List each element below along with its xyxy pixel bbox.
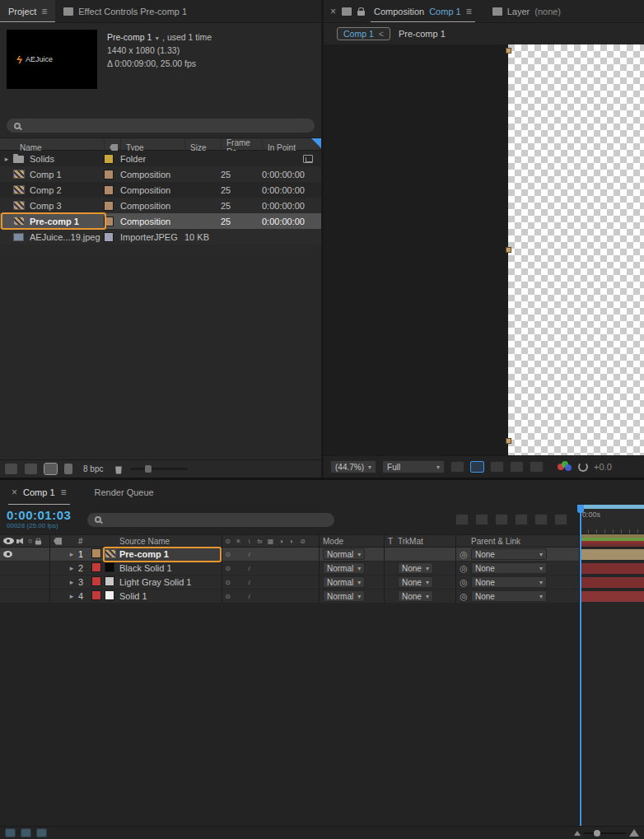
label-color-swatch[interactable]	[104, 170, 114, 179]
layer-label-swatch[interactable]	[91, 548, 101, 558]
audio-column-speaker-icon[interactable]	[16, 538, 26, 545]
magnification-dropdown[interactable]: (44.7%) ▾	[330, 460, 376, 473]
parent-dropdown[interactable]: None▾	[471, 548, 547, 560]
playhead-marker[interactable]	[577, 505, 584, 513]
panel-menu-icon[interactable]: ≡	[41, 6, 47, 17]
lock-column-icon[interactable]	[35, 541, 41, 545]
chevron-right-icon[interactable]: ▸	[0, 155, 13, 163]
label-color-swatch[interactable]	[104, 154, 114, 164]
zoom-slider[interactable]	[584, 832, 626, 834]
tab-project[interactable]: Project ≡	[0, 0, 55, 22]
pickwhip-icon[interactable]: ◎	[456, 563, 471, 574]
tab-effect-controls[interactable]: Effect Controls Pre-comp 1	[55, 0, 195, 22]
collapse-switch[interactable]: ⊙	[222, 551, 233, 558]
layer-row-black-solid-1[interactable]: ▸ 2 Black Solid 1 ⊙/ Normal▾ None▾ ◎ Non…	[0, 562, 579, 576]
selection-handle-top[interactable]	[506, 48, 511, 54]
tab-composition[interactable]: Composition Comp 1 ≡	[371, 0, 475, 22]
resolution-dropdown[interactable]: Full ▾	[382, 460, 445, 473]
tab-layer[interactable]: Layer (none)	[492, 7, 561, 16]
exposure-value[interactable]: +0.0	[594, 462, 612, 472]
toggle-inout-pane-icon[interactable]	[36, 828, 47, 837]
layer-row-light-gray-solid-1[interactable]: ▸ 3 Light Gray Solid 1 ⊙/ Normal▾ None▾ …	[0, 576, 579, 590]
thumbnail-size-slider[interactable]	[130, 468, 188, 470]
current-time-display[interactable]: 0:00:01:03 00028 (25.00 fps)	[7, 509, 77, 529]
label-color-swatch[interactable]	[104, 232, 114, 242]
time-ruler[interactable]: 0:00s	[580, 505, 644, 534]
trkmat-dropdown[interactable]: None▾	[398, 590, 433, 602]
layer-row-pre-comp-1[interactable]: ▸ 1 Pre-comp 1 ⊙/ Normal▾ ◎ None▾	[0, 548, 579, 562]
breadcrumb-parent-chip[interactable]: Comp 1 <	[337, 27, 390, 40]
label-color-swatch[interactable]	[104, 185, 114, 195]
layer-bar-row[interactable]	[580, 590, 644, 604]
quality-switch[interactable]: /	[244, 565, 254, 572]
region-of-interest-icon[interactable]	[490, 461, 504, 473]
lock-icon[interactable]	[357, 11, 365, 16]
sort-direction-icon[interactable]	[311, 138, 321, 148]
layer-expand-icon[interactable]: ▸	[65, 592, 78, 600]
timeline-track-area[interactable]: 0:00s	[579, 505, 644, 826]
toggle-switches-pane-icon[interactable]	[5, 828, 16, 837]
parent-dropdown[interactable]: None▾	[471, 562, 547, 574]
quality-switch[interactable]: /	[244, 593, 254, 600]
adjustment-icon[interactable]	[64, 464, 72, 474]
view-layout-icon[interactable]	[530, 461, 544, 473]
composition-viewer[interactable]	[324, 44, 644, 455]
zoom-out-icon[interactable]	[574, 831, 581, 836]
quality-switch[interactable]: /	[244, 579, 254, 586]
label-column[interactable]	[50, 538, 65, 545]
video-column-eye-icon[interactable]	[3, 538, 14, 544]
project-row-solids[interactable]: ▸ Solids Folder	[0, 151, 321, 166]
graph-editor-icon[interactable]	[554, 514, 567, 525]
layer-name[interactable]: Black Solid 1	[119, 563, 222, 573]
project-row-aejuice-jpeg[interactable]: AEJuice...19.jpeg ImporterJPEG 10 KB	[0, 229, 321, 245]
layer-duration-bar[interactable]	[580, 577, 644, 588]
collapse-switch[interactable]: ⊙	[222, 579, 233, 586]
layer-bar-row[interactable]	[580, 548, 644, 562]
layer-label-swatch[interactable]	[91, 576, 101, 586]
mode-column-header[interactable]: Mode	[320, 537, 384, 546]
close-panel-icon[interactable]: ×	[330, 6, 336, 17]
frame-blending-icon[interactable]	[515, 514, 528, 525]
delete-icon[interactable]	[114, 464, 123, 474]
tab-render-queue[interactable]: Render Queue	[91, 480, 157, 505]
collapse-switch[interactable]: ⊙	[222, 593, 233, 600]
mode-dropdown[interactable]: Normal▾	[323, 562, 365, 574]
snapshot-icon[interactable]	[450, 461, 464, 473]
layer-label-swatch[interactable]	[91, 562, 101, 572]
quality-switch[interactable]: /	[244, 551, 254, 558]
layer-bar-row[interactable]	[580, 562, 644, 576]
project-row-comp3[interactable]: Comp 3 Composition 25 0:00:00:00	[0, 198, 321, 213]
close-tab-icon[interactable]: ×	[12, 487, 17, 498]
parent-link-column-header[interactable]: Parent & Link	[471, 537, 553, 546]
work-area-bar[interactable]	[580, 505, 644, 509]
layer-name[interactable]: Solid 1	[119, 591, 222, 601]
selection-handle-middle[interactable]	[506, 247, 511, 253]
zoom-in-icon[interactable]	[629, 829, 639, 837]
parent-dropdown[interactable]: None▾	[471, 576, 547, 588]
layer-label-swatch[interactable]	[91, 590, 101, 600]
layer-name[interactable]: Light Gray Solid 1	[119, 577, 222, 587]
layer-bar-row[interactable]	[580, 576, 644, 590]
layer-expand-icon[interactable]: ▸	[65, 550, 78, 558]
mode-dropdown[interactable]: Normal▾	[323, 548, 365, 560]
trkmat-column-header[interactable]: TrkMat	[396, 537, 455, 546]
motion-blur-icon[interactable]	[534, 514, 548, 525]
trkmat-dropdown[interactable]: None▾	[398, 562, 433, 574]
layer-duration-bar[interactable]	[580, 563, 644, 574]
layer-row-solid-1[interactable]: ▸ 4 Solid 1 ⊙/ Normal▾ None▾ ◎ None▾	[0, 590, 579, 604]
mask-visibility-icon[interactable]	[510, 461, 524, 473]
panel-menu-icon[interactable]: ≡	[61, 487, 67, 498]
mode-dropdown[interactable]: Normal▾	[323, 590, 365, 602]
dropdown-open-icon[interactable]: ▼	[154, 35, 160, 41]
project-row-comp1[interactable]: Comp 1 Composition 25 0:00:00:00	[0, 166, 321, 182]
layer-expand-icon[interactable]: ▸	[65, 564, 78, 572]
trkmat-dropdown[interactable]: None▾	[398, 576, 433, 588]
number-column-header[interactable]: #	[78, 537, 91, 546]
layer-expand-icon[interactable]: ▸	[65, 578, 78, 586]
layer-duration-bar[interactable]	[580, 591, 644, 602]
t-column-header[interactable]: T	[385, 537, 396, 546]
collapse-switch[interactable]: ⊙	[222, 565, 233, 572]
source-name-column-header[interactable]: Source Name	[119, 537, 222, 546]
timeline-search-input[interactable]	[106, 515, 327, 524]
panel-menu-icon[interactable]: ≡	[466, 6, 472, 17]
